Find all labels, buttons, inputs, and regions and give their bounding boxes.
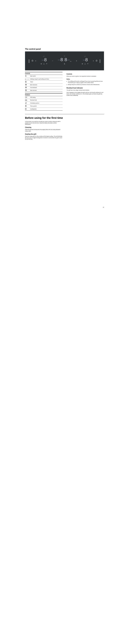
row-label: Cooking time [30,108,62,110]
both-bars-icon-small [40,63,42,65]
control-panel-graphic: | ‒8 [25,52,104,70]
control-panel-illustration: | ‒8 [25,52,104,70]
row-sym-residual: H/h [25,99,30,102]
residual-heat-p1: The grill has a two-stage residual heat … [67,90,104,91]
svg-rect-33 [25,87,27,87]
timer-symbol-icon [25,105,27,107]
section-divider [25,114,104,114]
row-sym-timer [25,80,30,84]
controls-table: Controls Main switch 0 ------ I Settings… [25,72,62,92]
power-icon [31,60,34,62]
section2-intro: In this section, you can find out what y… [25,121,62,125]
heating-heading: Heating the grill [25,133,62,135]
right-column: Controls When you touch a symbol, the re… [67,72,104,112]
panel-left-cluster: | [29,59,36,63]
panel-right-cluster: | [93,59,100,63]
timer-subicon [64,63,65,65]
controls-subheading: Controls [67,73,104,75]
svg-rect-20 [84,64,86,64]
residual-heat-symbol: H/h [25,100,27,101]
row-label: Main switch [30,75,62,78]
row-label: Preheating symbol [30,102,62,105]
row-sym-cooking-time: 00 [25,108,30,110]
row-label: Residual heat [30,99,62,102]
vertical-bar-icon-2: | [99,59,100,63]
timer-small-icon [64,55,65,57]
row-sym-front [25,86,30,89]
power-icon [25,75,27,77]
row-label: Timer [30,80,62,84]
front-bar-icon-small [43,63,45,65]
vertical-bar-icon: | [29,59,30,63]
cooking-time-symbol: 00 [25,108,27,110]
preheat-icon [25,102,27,104]
svg-rect-18 [82,64,83,64]
note-item: The settings will remain unchanged if yo… [67,80,104,84]
control-panel-heading: The control panel [25,48,104,50]
preheat-grill-icon-2 [84,56,86,57]
panel-segment-1: ‒8 [40,57,47,65]
row-label: Timer symbol [30,105,62,108]
svg-rect-35 [25,90,27,90]
rear-bar-icon [25,90,27,91]
dot-icon [35,60,36,61]
row-label: Rear element [30,89,62,92]
residual-heat-p2: If an H appears in the display, the gril… [67,92,104,96]
svg-rect-22 [87,64,88,64]
plus-icon: + [76,60,77,62]
panel-segment-timer: ‒8:8‒ min [58,57,72,65]
row-sym-grill-setting: 1-9 [25,96,30,99]
settings-range-icon: 0 ------ I [25,78,29,80]
both-bars-icon [25,84,27,86]
heating-text: Heat the empty grill for a few minutes a… [25,136,62,140]
svg-rect-36 [25,90,27,91]
power-icon-2 [95,60,98,62]
svg-rect-4 [41,64,42,64]
svg-line-40 [26,106,26,106]
row-sym-rear [25,89,30,92]
preheat-grill-icon [43,56,45,57]
cleaning-heading: Cleaning [25,126,62,128]
svg-rect-34 [25,88,27,88]
page-number: 15 [103,207,104,208]
cleaning-text: Clean the grill and accessories thorough… [25,129,62,132]
row-sym-range: 0 ------ I [25,78,30,80]
svg-rect-32 [25,85,27,85]
section2-left-column: In this section, you can find out what y… [25,121,62,141]
row-sym-timer-symbol [25,105,30,108]
svg-rect-6 [43,64,45,64]
dot-icon-2 [93,60,94,61]
rear-bar-icon-small [46,63,47,65]
row-label: Front element [30,86,62,89]
front-bar-icon [25,87,27,88]
notes-list: The settings will remain unchanged if yo… [67,80,104,86]
row-sym-both [25,84,30,86]
row-sym-preheat [25,102,30,105]
notes-heading: Notes [67,78,104,80]
timer-icon [25,81,27,83]
panel-segment-2: ‒8 [82,57,89,65]
minus-icon: − [52,60,53,62]
svg-rect-8 [46,64,47,64]
before-using-heading: Before using for the first time [25,116,104,120]
row-label: Grill setting [30,96,62,99]
residual-heat-heading: Residual heat indicator [67,87,104,89]
controls-description: When you touch a symbol, the respective … [67,76,104,77]
row-sym-power [25,75,30,78]
left-column: Controls Main switch 0 ------ I Settings… [25,72,62,112]
note-item: Always keep the controls dry. Moisture r… [67,84,104,86]
row-label: Settings range for grill setting and tim… [30,78,62,80]
section2-right-column [67,121,104,141]
displays-table: Displays 1-9 Grill setting H/h Residual … [25,93,62,110]
row-label: Both elements [30,84,62,86]
displays-table-header: Displays [25,94,62,96]
svg-rect-31 [25,84,27,84]
controls-table-header: Controls [25,72,62,75]
grill-setting-symbol: 1-9 [25,97,27,98]
min-label: min [70,61,71,62]
